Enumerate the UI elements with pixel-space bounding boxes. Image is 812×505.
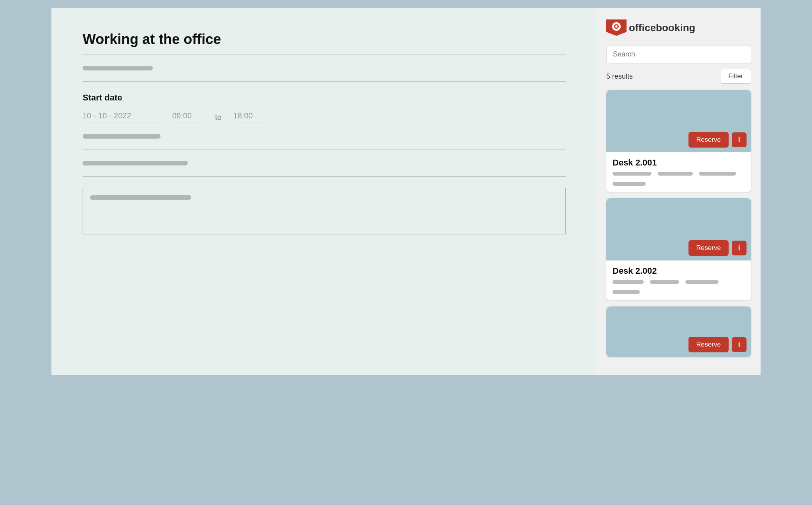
logo-text: officebooking	[629, 22, 695, 34]
date-time-row: 10 - 10 - 2022 09:00 to 18:00	[83, 111, 566, 123]
meta-bar-2-4	[613, 290, 640, 294]
placeholder-bar-1	[83, 66, 153, 70]
desk-card-2: Reserve i Desk 2.002	[606, 198, 751, 300]
section-label-start-date: Start date	[83, 93, 566, 103]
results-row: 5 results Filter	[606, 69, 751, 84]
textarea-placeholder	[90, 195, 191, 200]
info-button-3[interactable]: i	[732, 337, 747, 352]
reserve-button-1[interactable]: Reserve	[688, 132, 729, 148]
meta-bar-1-4	[613, 182, 646, 186]
reserve-button-2[interactable]: Reserve	[688, 240, 729, 256]
divider-1	[83, 55, 566, 55]
page-title: Working at the office	[83, 31, 566, 48]
placeholder-bar-2	[83, 134, 161, 139]
desk-card-1: Reserve i Desk 2.001	[606, 90, 751, 192]
logo-area: officebooking	[606, 19, 751, 36]
meta-bar-2-2	[650, 280, 679, 284]
svg-point-3	[615, 25, 618, 28]
logo-booking: booking	[656, 22, 695, 33]
meta-bar-2-1	[613, 280, 644, 284]
desk-card-image-2: Reserve i	[606, 198, 751, 260]
desk-meta-2	[613, 280, 745, 294]
card-btn-row-3: Reserve i	[688, 337, 747, 352]
meta-bar-1-3	[699, 172, 736, 176]
desk-card-body-2: Desk 2.002	[606, 260, 751, 300]
divider-4	[83, 176, 566, 177]
right-panel: officebooking 5 results Filter Reserve i…	[597, 8, 761, 375]
desk-card-3: Reserve i	[606, 306, 751, 357]
desk-meta-1	[613, 172, 745, 186]
divider-3	[83, 150, 566, 150]
notes-textarea[interactable]	[83, 188, 566, 234]
search-input[interactable]	[606, 45, 751, 63]
card-btn-row-1: Reserve i	[688, 132, 747, 148]
time-end-input[interactable]: 18:00	[233, 111, 265, 123]
meta-bar-2-3	[685, 280, 718, 284]
meta-bar-1-2	[658, 172, 693, 176]
meta-bar-1-1	[613, 172, 651, 176]
card-btn-row-2: Reserve i	[688, 240, 747, 256]
date-input[interactable]: 10 - 10 - 2022	[83, 111, 161, 123]
desk-name-2: Desk 2.002	[613, 266, 745, 276]
info-button-2[interactable]: i	[732, 241, 747, 255]
results-count: 5 results	[606, 72, 633, 81]
logo-office: office	[629, 22, 656, 33]
placeholder-bar-3	[83, 161, 188, 165]
to-label: to	[215, 113, 222, 122]
info-button-1[interactable]: i	[732, 132, 747, 147]
desk-name-1: Desk 2.001	[613, 158, 745, 168]
left-panel: Working at the office Start date 10 - 10…	[51, 8, 597, 375]
filter-button[interactable]: Filter	[720, 69, 751, 84]
reserve-button-3[interactable]: Reserve	[688, 337, 729, 352]
logo-icon	[606, 19, 627, 36]
time-start-input[interactable]: 09:00	[172, 111, 203, 123]
divider-2	[83, 81, 566, 82]
desk-card-image-3: Reserve i	[606, 306, 751, 357]
desk-card-image-1: Reserve i	[606, 90, 751, 152]
desk-card-body-1: Desk 2.001	[606, 152, 751, 192]
